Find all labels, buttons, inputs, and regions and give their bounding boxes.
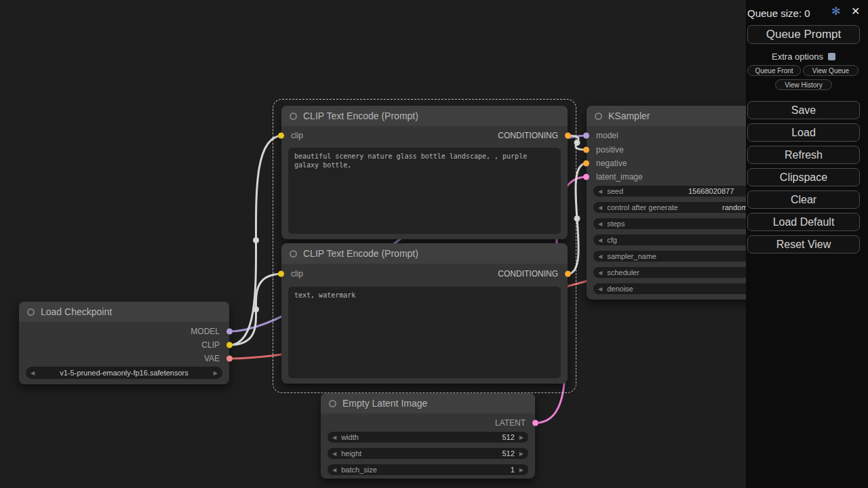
node-graph-canvas[interactable]: Load Checkpoint MODEL CLIP VAE ◀ v1-5-pr… [0,0,868,488]
conditioning-output-label: CONDITIONING [498,131,558,140]
slot-row: clip CONDITIONING [281,130,568,141]
stepper-left-icon[interactable]: ◀ [598,253,602,260]
stepper-left-icon[interactable]: ◀ [598,286,602,292]
stepper-left-icon[interactable]: ◀ [598,237,602,243]
positive-input-dot[interactable] [583,147,589,153]
slot-label: negative [596,159,627,168]
node-title: CLIP Text Encode (Prompt) [303,248,418,259]
wire-cond-negative [568,163,587,274]
reset-view-button[interactable]: Reset View [747,235,860,253]
width-widget[interactable]: ◀ width 512 ▶ [328,432,528,443]
slot-label: model [596,131,618,140]
widget-label: sampler_name [607,252,656,260]
clip-output-dot[interactable] [226,342,233,348]
slot-label: LATENT [495,418,526,428]
vae-output-dot[interactable] [226,356,233,362]
node-title-bar[interactable]: Load Checkpoint [19,302,229,322]
latent-output-dot[interactable] [532,420,538,426]
clear-button[interactable]: Clear [747,190,860,209]
negative-input-dot[interactable] [583,161,589,167]
conditioning-output-label: CONDITIONING [498,269,558,279]
node-clip-text-encode-negative[interactable]: CLIP Text Encode (Prompt) clip CONDITION… [281,243,568,384]
clipspace-button[interactable]: Clipspace [747,168,860,186]
node-title: CLIP Text Encode (Prompt) [303,110,418,121]
output-slot-latent: LATENT [321,418,535,428]
stepper-right-icon[interactable]: ▶ [519,434,524,441]
output-slot-model: MODEL [19,326,229,337]
stepper-right-icon[interactable]: ▶ [519,467,524,473]
collapse-icon[interactable] [290,250,297,258]
stepper-right-icon[interactable]: ▶ [519,451,524,457]
view-queue-button[interactable]: View Queue [803,65,859,76]
widget-label: scheduler [607,268,639,277]
latent-input-dot[interactable] [583,174,589,180]
slot-row: clip CONDITIONING [281,268,568,279]
collapse-icon[interactable] [595,113,602,120]
queue-size-label: Queue size: 0 [747,7,810,19]
slot-label: positive [596,145,624,155]
wire-midpoint-dot [253,237,259,243]
queue-size-value: 0 [804,7,810,19]
slot-label: MODEL [191,327,220,336]
stepper-left-icon[interactable]: ◀ [332,467,336,473]
stepper-left-icon[interactable]: ◀ [598,221,602,227]
positive-prompt-textarea[interactable]: beautiful scenery nature glass bottle la… [288,148,561,234]
load-button[interactable]: Load [747,123,860,142]
node-title-bar[interactable]: CLIP Text Encode (Prompt) [281,106,568,126]
stepper-left-icon[interactable]: ◀ [332,451,336,457]
model-input-dot[interactable] [583,133,589,139]
extra-options-label: Extra options [772,52,823,62]
load-default-button[interactable]: Load Default [747,213,860,231]
slot-label: latent_image [596,172,643,182]
wire-midpoint-dot [253,306,259,312]
widget-label: denoise [607,285,633,293]
collapse-icon[interactable] [27,308,35,316]
batch-size-widget[interactable]: ◀ batch_size 1 ▶ [328,464,528,475]
collapse-icon[interactable] [329,400,336,407]
model-output-dot[interactable] [226,329,233,335]
widget-label: cfg [607,236,617,244]
widget-label: batch_size [341,466,377,474]
negative-prompt-textarea[interactable]: text, watermark [288,287,561,378]
height-widget[interactable]: ◀ height 512 ▶ [328,448,528,459]
wire-midpoint-dot [574,216,580,222]
save-button[interactable]: Save [747,101,860,119]
queue-prompt-button[interactable]: Queue Prompt [747,25,860,44]
node-title: Load Checkpoint [41,306,112,317]
clip-input-dot[interactable] [278,133,284,139]
node-empty-latent-image[interactable]: Empty Latent Image LATENT ◀ width 512 ▶ … [321,393,535,479]
node-clip-text-encode-positive[interactable]: CLIP Text Encode (Prompt) clip CONDITION… [281,106,568,239]
conditioning-output-dot[interactable] [565,133,571,139]
wire-clip-to-negative [229,274,283,345]
output-slot-clip: CLIP [19,340,229,350]
settings-icon[interactable]: ✻ [831,6,840,17]
widget-label: seed [607,187,623,195]
widget-value: 512 [502,433,514,441]
slot-label: CLIP [201,340,220,350]
wire-clip-to-positive [229,136,283,345]
clip-input-dot[interactable] [278,271,284,277]
stepper-right-icon[interactable]: ▶ [214,370,218,376]
extra-options-checkbox[interactable] [828,53,835,60]
stepper-left-icon[interactable]: ◀ [598,188,602,195]
conditioning-output-dot[interactable] [565,271,571,277]
widget-label: height [341,449,361,458]
stepper-left-icon[interactable]: ◀ [598,270,602,276]
queue-front-button[interactable]: Queue Front [747,65,801,76]
widget-value: 512 [502,449,514,458]
stepper-left-icon[interactable]: ◀ [332,434,336,441]
refresh-button[interactable]: Refresh [747,146,860,164]
stepper-left-icon[interactable]: ◀ [598,205,602,211]
view-history-button[interactable]: View History [775,79,832,90]
node-title-bar[interactable]: Empty Latent Image [321,393,535,413]
queue-size-text: Queue size: [747,7,802,19]
node-title-bar[interactable]: CLIP Text Encode (Prompt) [281,243,568,264]
collapse-icon[interactable] [290,113,297,120]
ckpt-name-widget[interactable]: ◀ v1-5-pruned-emaonly-fp16.safetensors ▶ [26,367,222,379]
close-icon[interactable]: ✕ [851,6,860,17]
node-title: Empty Latent Image [342,398,427,409]
clip-input-label: clip [291,131,303,140]
node-load-checkpoint[interactable]: Load Checkpoint MODEL CLIP VAE ◀ v1-5-pr… [19,302,229,384]
slot-label: VAE [204,354,220,363]
wire-midpoint-dot [574,140,580,146]
